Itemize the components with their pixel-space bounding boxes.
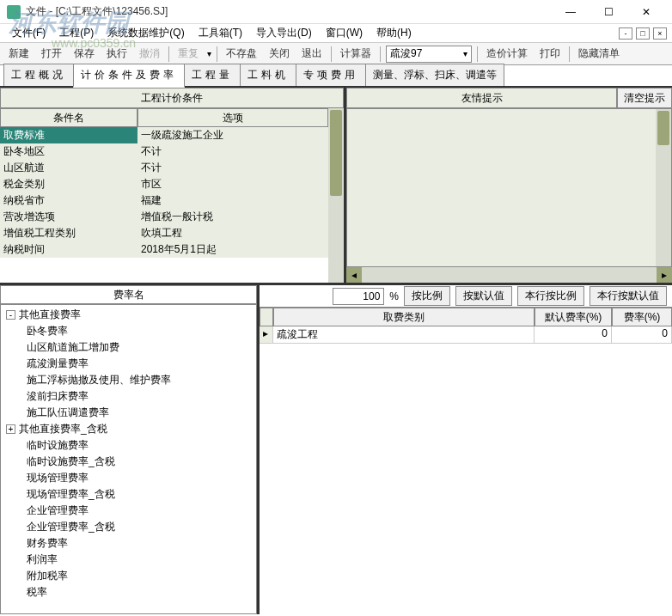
menu-sysdata[interactable]: 系统数据维护(Q) [102, 24, 189, 42]
tree-item[interactable]: 附加税率 [3, 568, 254, 584]
menu-project[interactable]: 工程(P) [54, 24, 99, 42]
menu-toolbox[interactable]: 工具箱(T) [193, 24, 247, 42]
percent-label: % [389, 290, 399, 302]
cond-option: 不计 [137, 160, 328, 176]
menu-window[interactable]: 窗口(W) [321, 24, 368, 42]
menu-help[interactable]: 帮助(H) [371, 24, 417, 42]
dropdown-icon[interactable]: ▾ [207, 49, 211, 58]
tree-item[interactable]: 税率 [3, 584, 254, 601]
mdi-restore-button[interactable]: □ [636, 27, 650, 40]
pricecalc-button[interactable]: 造价计算 [483, 45, 531, 63]
menu-file[interactable]: 文件(F) [7, 24, 51, 42]
tree-label: 现场管理费率_含税 [27, 488, 115, 500]
rate-row[interactable]: ▸疏浚工程00 [260, 326, 672, 344]
by-ratio-button[interactable]: 按比例 [404, 286, 450, 306]
cond-col-option: 选项 [137, 108, 328, 127]
cond-name: 增值税工程类别 [0, 225, 137, 241]
tree-item[interactable]: 临时设施费率_含税 [3, 454, 254, 470]
by-default-button[interactable]: 按默认值 [455, 286, 512, 306]
hidelist-button[interactable]: 隐藏清单 [575, 45, 623, 63]
tab-pricing[interactable]: 计价条件及费率 [73, 64, 185, 88]
tree-toggle-icon[interactable]: - [6, 310, 15, 320]
cond-name: 营改增选项 [0, 209, 137, 225]
tree-item[interactable]: 企业管理费率 [3, 503, 254, 519]
redo-button[interactable]: 重复 [174, 45, 202, 63]
separator [477, 46, 478, 62]
calculator-button[interactable]: 计算器 [337, 45, 375, 63]
mdi-close-button[interactable]: × [653, 27, 667, 40]
tree-label: 临时设施费率_含税 [27, 455, 115, 467]
rate-default: 0 [535, 326, 612, 344]
close-doc-button[interactable]: 关闭 [266, 45, 293, 63]
cond-row[interactable]: 山区航道不计 [0, 160, 328, 176]
tree-item[interactable]: 现场管理费率_含税 [3, 486, 254, 503]
tree-item[interactable]: 临时设施费率 [3, 437, 254, 454]
titlebar: 文件 - [C:\工程文件\123456.SJ] — ☐ ✕ [0, 0, 672, 24]
run-button[interactable]: 执行 [103, 45, 131, 63]
row-by-default-button[interactable]: 本行按默认值 [590, 286, 667, 306]
maximize-button[interactable]: ☐ [590, 0, 627, 24]
tree-item[interactable]: -其他直接费率 [3, 307, 254, 323]
cond-row[interactable]: 纳税省市福建 [0, 192, 328, 209]
cond-row[interactable]: 卧冬地区不计 [0, 143, 328, 160]
open-button[interactable]: 打开 [38, 45, 65, 63]
standard-combo[interactable]: 疏浚97 ▾ [386, 46, 472, 63]
row-by-ratio-button[interactable]: 本行按比例 [517, 286, 584, 306]
tabs: 工程概况 计价条件及费率 工程量 工料机 专项费用 测量、浮标、扫床、调遣等 [0, 65, 672, 88]
vscrollbar[interactable] [328, 108, 344, 283]
tree-item[interactable]: 卧冬费率 [3, 323, 254, 339]
cond-row[interactable]: 税金类别市区 [0, 176, 328, 192]
cond-name: 纳税时间 [0, 241, 137, 258]
cond-option: 吹填工程 [137, 225, 328, 241]
tree-item[interactable]: 财务费率 [3, 535, 254, 552]
vscrollbar[interactable] [656, 109, 671, 266]
tab-overview[interactable]: 工程概况 [3, 64, 74, 86]
tab-special[interactable]: 专项费用 [296, 64, 366, 86]
tree-label: 财务费率 [27, 537, 68, 549]
separator [168, 46, 169, 62]
exit-button[interactable]: 退出 [298, 45, 326, 63]
tree-item[interactable]: 企业管理费率_含税 [3, 519, 254, 535]
percent-input[interactable] [333, 288, 384, 305]
tree-item[interactable]: 疏浚测量费率 [3, 356, 254, 372]
tree-label: 利润率 [27, 553, 58, 565]
tree-label: 企业管理费率_含税 [27, 521, 115, 533]
cond-row[interactable]: 取费标准一级疏浚施工企业 [0, 127, 328, 143]
save-button[interactable]: 保存 [70, 45, 98, 63]
cond-row[interactable]: 营改增选项增值税一般计税 [0, 209, 328, 225]
tree-item[interactable]: 浚前扫床费率 [3, 388, 254, 405]
mdi-minimize-button[interactable]: - [619, 27, 632, 40]
cond-row[interactable]: 增值税工程类别吹填工程 [0, 225, 328, 241]
print-button[interactable]: 打印 [536, 45, 564, 63]
tree-label: 企业管理费率 [27, 504, 89, 516]
hscrollbar[interactable]: ◂ ▸ [346, 267, 672, 283]
scroll-right-icon[interactable]: ▸ [657, 267, 672, 283]
tree-label: 临时设施费率 [27, 439, 89, 451]
rate-value: 0 [612, 326, 672, 344]
menu-importexport[interactable]: 导入导出(D) [251, 24, 317, 42]
nosave-button[interactable]: 不存盘 [223, 45, 260, 63]
tree-item[interactable]: 利润率 [3, 552, 254, 568]
rate-panel-title: 费率名 [0, 285, 257, 304]
undo-button[interactable]: 撤消 [136, 45, 163, 63]
tab-quantity[interactable]: 工程量 [184, 64, 241, 86]
cond-name: 税金类别 [0, 176, 137, 192]
tips-content [347, 109, 656, 266]
cond-row[interactable]: 纳税时间2018年5月1日起 [0, 241, 328, 258]
tab-survey[interactable]: 测量、浮标、扫床、调遣等 [365, 64, 504, 86]
tab-materials[interactable]: 工料机 [240, 64, 296, 86]
new-button[interactable]: 新建 [5, 45, 33, 63]
app-icon [7, 5, 21, 19]
tree-toggle-icon[interactable]: + [6, 424, 15, 434]
rate-tree[interactable]: -其他直接费率卧冬费率山区航道施工增加费疏浚测量费率施工浮标抛撤及使用、维护费率… [0, 304, 257, 614]
tree-item[interactable]: 山区航道施工增加费 [3, 339, 254, 356]
minimize-button[interactable]: — [552, 0, 590, 24]
close-button[interactable]: ✕ [627, 0, 665, 24]
cond-option: 市区 [137, 176, 328, 192]
tree-item[interactable]: +其他直接费率_含税 [3, 421, 254, 437]
scroll-left-icon[interactable]: ◂ [346, 267, 362, 283]
clear-tips-button[interactable]: 清空提示 [617, 88, 672, 108]
tree-item[interactable]: 现场管理费率 [3, 470, 254, 486]
tree-item[interactable]: 施工浮标抛撤及使用、维护费率 [3, 372, 254, 388]
tree-item[interactable]: 施工队伍调遣费率 [3, 405, 254, 421]
